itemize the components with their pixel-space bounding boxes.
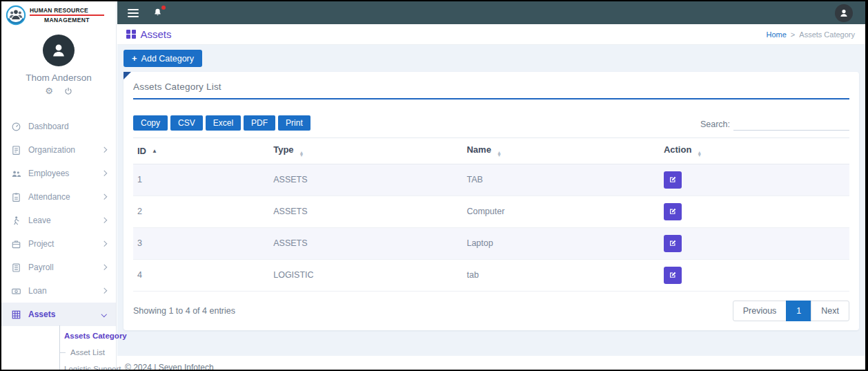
hrm-logo-icon bbox=[6, 5, 26, 26]
next-page-button[interactable]: Next bbox=[811, 301, 849, 321]
assets-category-table: ID▲ Type▲▼ Name▲▼ Action▲▼ 1 ASSETS TAB bbox=[133, 137, 849, 292]
assets-category-card: Assets Category List Copy CSV Excel PDF … bbox=[124, 72, 859, 330]
add-category-button[interactable]: + Add Category bbox=[124, 50, 202, 67]
table-row: 2 ASSETS Computer bbox=[133, 196, 849, 227]
csv-button[interactable]: CSV bbox=[170, 115, 203, 131]
edit-button[interactable] bbox=[664, 267, 682, 284]
project-icon bbox=[11, 239, 21, 249]
breadcrumb-current: Assets Category bbox=[799, 30, 855, 39]
chevron-right-icon bbox=[101, 265, 106, 270]
pdf-button[interactable]: PDF bbox=[244, 115, 275, 131]
sidebar-item-dashboard[interactable]: Dashboard bbox=[1, 115, 116, 138]
edit-button[interactable] bbox=[664, 203, 682, 220]
page-title: Assets bbox=[126, 28, 172, 40]
breadcrumb-separator: > bbox=[791, 30, 795, 39]
cell-type: ASSETS bbox=[269, 196, 462, 227]
user-avatar bbox=[43, 35, 75, 66]
person-icon bbox=[48, 40, 69, 61]
table-row: 3 ASSETS Laptop bbox=[133, 227, 849, 259]
sidebar-item-payroll[interactable]: Payroll bbox=[1, 256, 116, 279]
chevron-right-icon bbox=[101, 147, 106, 153]
column-header-type[interactable]: Type▲▼ bbox=[269, 138, 462, 164]
notifications-bell-icon[interactable] bbox=[152, 8, 163, 18]
chevron-right-icon bbox=[101, 288, 106, 294]
sort-both-icon: ▲▼ bbox=[299, 151, 304, 158]
organization-icon bbox=[11, 145, 21, 155]
sidebar-item-loan[interactable]: Loan bbox=[1, 279, 116, 303]
chevron-right-icon bbox=[101, 218, 106, 223]
chevron-right-icon bbox=[101, 194, 106, 200]
brand-underline bbox=[30, 15, 104, 16]
cell-type: LOGISTIC bbox=[269, 259, 462, 291]
assets-grid-icon bbox=[11, 310, 21, 320]
sidebar-item-assets-category[interactable]: Assets Category bbox=[59, 327, 116, 344]
chevron-right-icon bbox=[101, 171, 106, 176]
search-input[interactable] bbox=[733, 117, 849, 131]
print-button[interactable]: Print bbox=[278, 115, 310, 131]
edit-pencil-icon bbox=[669, 271, 677, 279]
cell-id: 3 bbox=[133, 227, 269, 259]
loan-icon bbox=[11, 286, 21, 296]
page-header: Assets Home > Assets Category bbox=[117, 24, 865, 45]
edit-button[interactable] bbox=[664, 171, 682, 189]
cell-id: 4 bbox=[133, 259, 269, 291]
employees-icon bbox=[11, 169, 21, 179]
leave-icon bbox=[11, 216, 21, 226]
sort-asc-icon: ▲ bbox=[152, 148, 157, 154]
table-footer: Showing 1 to 4 of 4 entries Previous 1 N… bbox=[133, 301, 849, 321]
sidebar-item-project[interactable]: Project bbox=[1, 232, 116, 256]
column-header-action[interactable]: Action▲▼ bbox=[660, 138, 849, 164]
copyright-text: © 2024 | Seven Infotech bbox=[125, 363, 214, 370]
cell-id: 2 bbox=[133, 196, 269, 227]
sort-both-icon: ▲▼ bbox=[497, 151, 502, 158]
cell-name: Computer bbox=[462, 196, 659, 227]
edit-button[interactable] bbox=[664, 235, 682, 252]
menu-hamburger-icon[interactable] bbox=[128, 7, 139, 19]
settings-gear-icon[interactable]: ⚙ bbox=[45, 86, 53, 95]
attendance-icon bbox=[11, 192, 21, 202]
user-name: Thom Anderson bbox=[1, 73, 116, 83]
column-header-name[interactable]: Name▲▼ bbox=[462, 138, 659, 164]
cell-type: ASSETS bbox=[269, 164, 462, 196]
cell-name: Laptop bbox=[462, 227, 659, 259]
logout-power-icon[interactable] bbox=[64, 87, 72, 95]
copy-button[interactable]: Copy bbox=[133, 115, 168, 131]
sidebar-item-organization[interactable]: Organization bbox=[1, 138, 116, 162]
assets-title-icon bbox=[126, 30, 136, 39]
sidebar-item-assets[interactable]: Assets bbox=[1, 303, 116, 326]
cell-id: 1 bbox=[133, 164, 269, 196]
chevron-down-icon bbox=[101, 312, 106, 317]
dashboard-icon bbox=[11, 122, 21, 132]
cell-name: TAB bbox=[462, 164, 659, 196]
sidebar-item-employees[interactable]: Employees bbox=[1, 162, 116, 185]
page-1-button[interactable]: 1 bbox=[786, 301, 811, 321]
assets-submenu: Assets Category Asset List Logistic Supp… bbox=[59, 327, 116, 371]
main-area: Assets Home > Assets Category + Add Cate… bbox=[117, 1, 865, 370]
sidebar: HUMAN RESOURCE MANAGEMENT Thom Anderson … bbox=[1, 1, 117, 370]
sidebar-item-asset-list[interactable]: Asset List bbox=[59, 344, 116, 361]
table-toolbar: Copy CSV Excel PDF Print Search: bbox=[133, 115, 849, 131]
brand-logo: HUMAN RESOURCE MANAGEMENT bbox=[1, 1, 116, 27]
edit-pencil-icon bbox=[669, 239, 677, 247]
excel-button[interactable]: Excel bbox=[206, 115, 241, 131]
table-row: 1 ASSETS TAB bbox=[133, 164, 849, 196]
entries-summary: Showing 1 to 4 of 4 entries bbox=[133, 306, 235, 316]
sidebar-item-leave[interactable]: Leave bbox=[1, 209, 116, 232]
sidebar-nav: Dashboard Organization Employees Attenda… bbox=[1, 115, 116, 326]
search-box: Search: bbox=[700, 117, 849, 131]
search-label: Search: bbox=[700, 120, 730, 129]
cell-name: tab bbox=[462, 259, 659, 291]
brand-line2: MANAGEMENT bbox=[30, 17, 104, 23]
topbar-user-avatar[interactable] bbox=[835, 4, 853, 22]
sidebar-item-logistic-support[interactable]: Logistic Support bbox=[59, 361, 116, 371]
topbar bbox=[117, 1, 865, 24]
previous-page-button[interactable]: Previous bbox=[733, 301, 787, 321]
card-title: Assets Category List bbox=[133, 82, 849, 99]
cell-type: ASSETS bbox=[269, 227, 462, 259]
column-header-id[interactable]: ID▲ bbox=[133, 138, 269, 164]
sidebar-item-attendance[interactable]: Attendance bbox=[1, 185, 116, 209]
content-area: + Add Category Assets Category List Copy… bbox=[117, 45, 865, 356]
breadcrumb-home-link[interactable]: Home bbox=[767, 30, 787, 39]
card-corner-fold bbox=[124, 72, 131, 79]
app-window: HUMAN RESOURCE MANAGEMENT Thom Anderson … bbox=[0, 0, 868, 371]
